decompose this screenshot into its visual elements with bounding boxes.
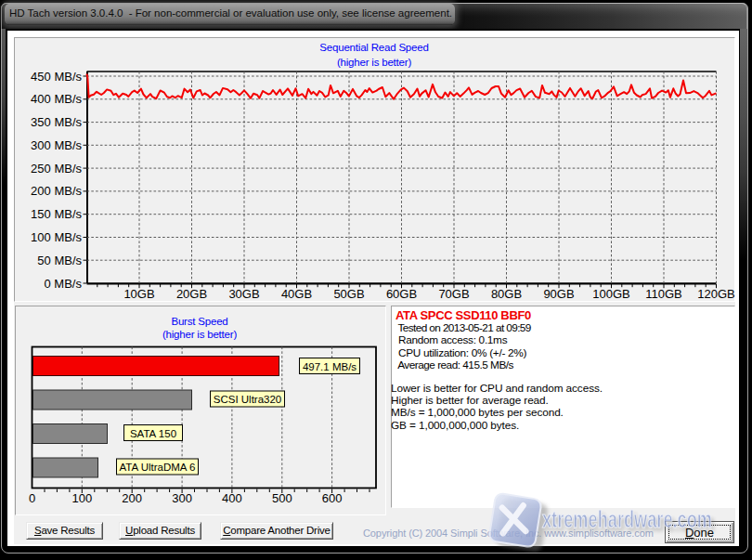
svg-text:50GB: 50GB: [333, 287, 364, 301]
svg-text:500: 500: [272, 491, 292, 505]
svg-text:497.1 MB/s: 497.1 MB/s: [303, 361, 357, 372]
svg-text:70GB: 70GB: [438, 287, 469, 301]
svg-text:110GB: 110GB: [645, 287, 682, 301]
svg-text:30GB: 30GB: [228, 287, 259, 301]
svg-text:120GB: 120GB: [697, 287, 734, 301]
svg-text:200 MB/s: 200 MB/s: [31, 184, 82, 198]
svg-text:0: 0: [29, 491, 35, 505]
svg-text:40GB: 40GB: [281, 287, 312, 301]
svg-text:10GB: 10GB: [123, 287, 154, 301]
svg-text:100 MB/s: 100 MB/s: [31, 230, 82, 244]
svg-text:200: 200: [122, 491, 142, 505]
svg-text:0 MB/s: 0 MB/s: [45, 277, 83, 291]
svg-text:SCSI Ultra320: SCSI Ultra320: [214, 394, 282, 405]
svg-text:600: 600: [322, 491, 343, 505]
svg-text:400 MB/s: 400 MB/s: [31, 92, 82, 106]
svg-text:250 MB/s: 250 MB/s: [31, 162, 82, 176]
svg-text:80GB: 80GB: [491, 287, 522, 301]
svg-text:300 MB/s: 300 MB/s: [31, 138, 82, 152]
svg-text:SATA 150: SATA 150: [130, 428, 176, 439]
svg-text:ATA UltraDMA 6: ATA UltraDMA 6: [119, 462, 195, 473]
svg-text:350 MB/s: 350 MB/s: [31, 115, 82, 129]
svg-text:90GB: 90GB: [543, 287, 574, 301]
svg-text:400: 400: [222, 491, 242, 505]
svg-text:50 MB/s: 50 MB/s: [37, 254, 82, 267]
svg-text:100: 100: [71, 491, 92, 505]
svg-text:300: 300: [172, 491, 192, 505]
svg-text:20GB: 20GB: [176, 287, 207, 301]
svg-text:450 MB/s: 450 MB/s: [31, 70, 82, 84]
svg-text:150 MB/s: 150 MB/s: [31, 207, 82, 221]
svg-text:100GB: 100GB: [592, 287, 629, 301]
svg-text:60GB: 60GB: [386, 287, 417, 301]
